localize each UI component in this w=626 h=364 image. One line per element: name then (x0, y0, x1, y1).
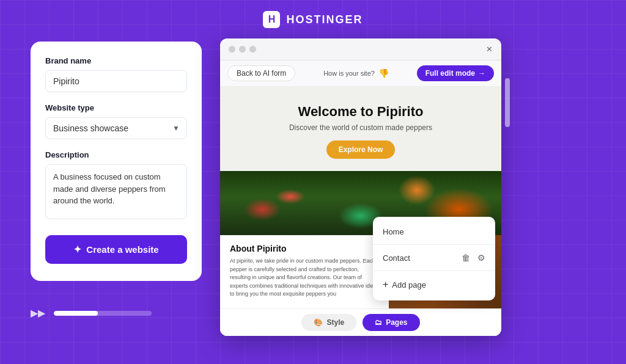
create-btn-label: Create a website (86, 244, 158, 255)
full-edit-button[interactable]: Full edit mode → (417, 65, 494, 81)
add-page-label: Add page (392, 280, 426, 289)
left-panel: Brand name Website type Business showcas… (31, 42, 202, 281)
brand-name: HOSTINGER (286, 13, 363, 26)
dot-2 (239, 46, 246, 53)
description-label: Description (45, 150, 187, 159)
contact-label: Contact (383, 253, 410, 263)
pages-tab-label: Pages (386, 318, 407, 327)
menu-divider-2 (373, 271, 495, 271)
thumbs-down-icon[interactable]: 👎 (378, 68, 389, 78)
full-edit-label: Full edit mode (425, 69, 475, 78)
feedback-area: How is your site? 👎 (301, 68, 410, 78)
feedback-text: How is your site? (323, 70, 375, 77)
site-subtitle: Discover the world of custom made pepper… (232, 123, 489, 132)
arrow-right-icon: → (478, 69, 485, 78)
plus-icon: + (383, 279, 388, 290)
prev-arrow-icon[interactable]: ▶▶ (31, 307, 45, 319)
close-icon[interactable]: ✕ (486, 45, 493, 54)
site-content: Welcome to Pipirito Discover the world o… (220, 87, 501, 336)
pages-tab[interactable]: 🗂 Pages (363, 314, 419, 331)
description-textarea[interactable]: A business focused on custom made and di… (45, 164, 187, 219)
browser-toolbar: Back to AI form How is your site? 👎 Full… (220, 60, 501, 87)
dot-1 (229, 46, 235, 53)
browser-scrollbar[interactable] (505, 78, 510, 127)
create-website-button[interactable]: ✦ Create a website (45, 235, 187, 264)
site-about-text: About Pipirito At pipirito, we take prid… (220, 235, 389, 308)
site-hero: Welcome to Pipirito Discover the world o… (220, 87, 501, 171)
brand-label: Brand name (45, 56, 187, 65)
sparkle-icon: ✦ (73, 244, 81, 255)
home-label: Home (383, 227, 404, 236)
logo-icon: H (263, 11, 280, 28)
website-type-section: Website type Business showcase Portfolio… (45, 103, 187, 139)
add-page-item[interactable]: + Add page (373, 274, 495, 296)
back-to-ai-button[interactable]: Back to AI form (227, 65, 295, 81)
site-about-area: About Pipirito At pipirito, we take prid… (220, 235, 501, 308)
browser-titlebar: ✕ (220, 38, 501, 60)
website-type-wrapper: Business showcase Portfolio Blog E-comme… (45, 117, 187, 139)
bottom-tabs: 🎨 Style 🗂 Pages (220, 308, 501, 336)
style-tab-icon: 🎨 (314, 318, 323, 327)
pages-tab-icon: 🗂 (375, 318, 382, 327)
nav-arrows[interactable]: ▶▶ (31, 307, 45, 319)
about-title: About Pipirito (230, 244, 379, 253)
site-title: Welcome to Pipirito (232, 104, 489, 120)
trash-icon[interactable]: 🗑 (462, 253, 470, 263)
context-menu-home[interactable]: Home (373, 222, 495, 242)
dot-3 (249, 46, 256, 53)
browser-dots (229, 46, 256, 53)
description-section: Description A business focused on custom… (45, 150, 187, 222)
progress-bar-fill (54, 311, 98, 316)
context-menu-contact[interactable]: Contact 🗑 ⚙ (373, 247, 495, 268)
context-menu: Home Contact 🗑 ⚙ (373, 217, 495, 300)
gear-icon[interactable]: ⚙ (477, 253, 485, 263)
explore-now-button[interactable]: Explore Now (326, 140, 396, 159)
style-tab[interactable]: 🎨 Style (301, 314, 356, 331)
context-menu-icons: 🗑 ⚙ (462, 253, 485, 263)
about-body: At pipirito, we take pride in our custom… (230, 257, 379, 299)
menu-divider (373, 244, 495, 245)
style-tab-label: Style (326, 318, 344, 327)
main-content: Brand name Website type Business showcas… (0, 35, 626, 336)
website-type-label: Website type (45, 103, 187, 112)
header: H HOSTINGER (0, 0, 626, 35)
progress-bar-track (54, 311, 152, 316)
browser-window: ✕ Back to AI form How is your site? 👎 Fu… (220, 38, 501, 336)
website-type-select[interactable]: Business showcase Portfolio Blog E-comme… (45, 117, 187, 139)
brand-input[interactable] (45, 70, 187, 92)
